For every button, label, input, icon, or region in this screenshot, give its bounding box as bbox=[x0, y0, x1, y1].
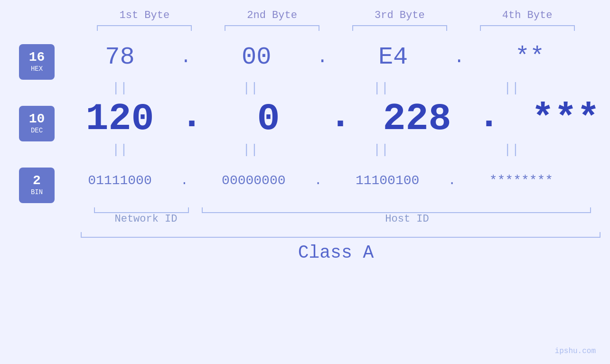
dot-bin-1: . bbox=[180, 173, 188, 188]
id-brackets-row bbox=[81, 207, 591, 213]
eq-2-2: || bbox=[243, 142, 259, 157]
bracket-b2 bbox=[225, 25, 319, 31]
dot-dec-1: . bbox=[180, 94, 203, 140]
byte4-header: 4th Byte bbox=[463, 9, 591, 21]
badges-column: 16 HEX 10 DEC 2 BIN bbox=[19, 36, 55, 206]
dec-row: 120 . 0 . 228 . *** bbox=[55, 97, 610, 140]
watermark: ipshu.com bbox=[555, 347, 596, 355]
bin-b4: ******** bbox=[489, 173, 553, 188]
bin-b1: 01111000 bbox=[88, 173, 151, 188]
host-bracket bbox=[202, 207, 591, 213]
host-bracket-container bbox=[202, 207, 591, 213]
eq-2-1: || bbox=[112, 142, 128, 157]
byte2-header: 2nd Byte bbox=[208, 9, 336, 21]
hex-badge: 16 HEX bbox=[19, 44, 55, 80]
hex-b3: E4 bbox=[378, 43, 408, 71]
bin-b3: 11100100 bbox=[356, 173, 419, 188]
main-grid: 16 HEX 10 DEC 2 BIN bbox=[19, 36, 591, 206]
byte3-header: 3rd Byte bbox=[336, 9, 464, 21]
eq-1-1: || bbox=[112, 81, 128, 95]
dec-b1: 120 bbox=[85, 97, 154, 140]
dot-dec-2: . bbox=[329, 94, 352, 140]
hex-b2: 00 bbox=[242, 43, 271, 71]
bracket-b4 bbox=[480, 25, 575, 31]
dec-badge: 10 DEC bbox=[19, 106, 55, 141]
eq-1-4: || bbox=[504, 81, 520, 95]
bracket-b1 bbox=[97, 25, 192, 31]
dot-bin-3: . bbox=[448, 173, 456, 188]
network-bracket bbox=[94, 207, 189, 213]
hex-b4: ** bbox=[515, 43, 544, 71]
dec-b3: 228 bbox=[383, 97, 451, 140]
main-container: 1st Byte 2nd Byte 3rd Byte 4th Byte 16 H… bbox=[0, 0, 610, 364]
dot-hex-1: . bbox=[180, 47, 191, 67]
network-id-container: Network ID bbox=[81, 213, 211, 225]
eq-1-3: || bbox=[373, 81, 389, 95]
bracket-b3 bbox=[352, 25, 447, 31]
bin-b2: 00000000 bbox=[222, 173, 285, 188]
byte1-header: 1st Byte bbox=[81, 9, 208, 21]
host-id-container: Host ID bbox=[211, 213, 591, 225]
dot-dec-3: . bbox=[478, 94, 500, 140]
class-bracket bbox=[81, 232, 601, 238]
equals-row-2: || || || || bbox=[55, 140, 610, 159]
dot-hex-3: . bbox=[454, 47, 465, 67]
network-id-label: Network ID bbox=[114, 213, 177, 225]
data-rows: 78 . 00 . E4 . ** || || bbox=[55, 36, 610, 206]
top-brackets bbox=[81, 25, 591, 31]
eq-1-2: || bbox=[243, 81, 259, 95]
dot-hex-2: . bbox=[317, 47, 328, 67]
footer-section: Class A bbox=[81, 232, 591, 263]
byte-headers: 1st Byte 2nd Byte 3rd Byte 4th Byte bbox=[81, 0, 591, 21]
hex-b1: 78 bbox=[105, 43, 134, 71]
bin-row: 01111000 . 00000000 . 11100100 . *******… bbox=[55, 159, 610, 202]
hex-row: 78 . 00 . E4 . ** bbox=[55, 36, 610, 78]
id-labels-row: Network ID Host ID bbox=[81, 213, 591, 225]
class-label: Class A bbox=[81, 243, 591, 263]
eq-2-3: || bbox=[373, 142, 389, 157]
host-id-label: Host ID bbox=[385, 213, 429, 225]
dec-b2: 0 bbox=[257, 97, 280, 140]
dec-b4: *** bbox=[532, 97, 600, 140]
network-bracket-container bbox=[81, 207, 202, 213]
bin-badge: 2 BIN bbox=[19, 168, 55, 203]
eq-2-4: || bbox=[504, 142, 520, 157]
dot-bin-2: . bbox=[314, 173, 322, 188]
